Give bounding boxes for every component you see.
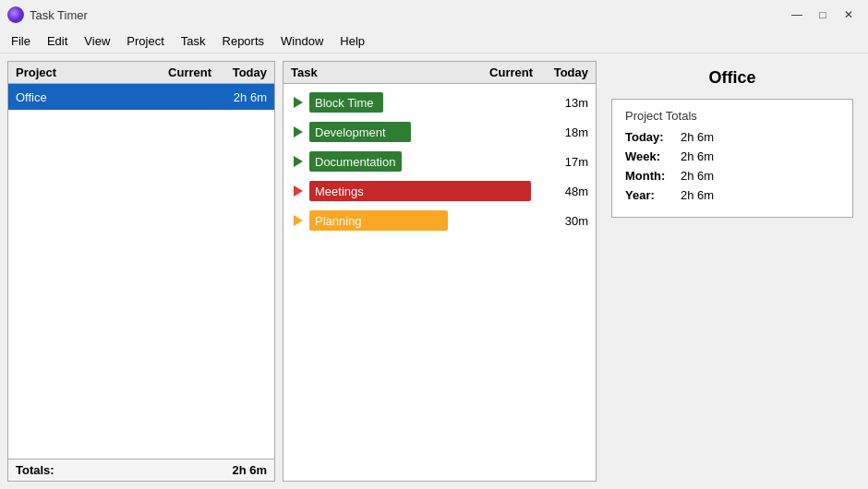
tasks-col-current: Current [468, 66, 533, 79]
task-bar: Meetings [309, 181, 531, 201]
projects-col-main: Project [16, 66, 147, 79]
totals-value: 2h 6m [681, 169, 714, 183]
app-icon [7, 6, 24, 23]
minimize-button[interactable]: — [785, 6, 809, 24]
projects-col-today: Today [211, 66, 267, 79]
totals-row: Today:2h 6m [625, 130, 839, 144]
projects-panel-header: Project Current Today [8, 62, 274, 84]
task-play-icon [291, 184, 306, 198]
project-today: 2h 6m [211, 90, 267, 104]
projects-footer: Totals: 2h 6m [8, 459, 274, 481]
task-play-icon [291, 154, 306, 169]
task-bar-container: Planning [309, 210, 505, 231]
tasks-col-main: Task [291, 66, 468, 79]
task-list: Block Time13mDevelopment18mDocumentation… [283, 84, 596, 481]
task-today: 48m [562, 185, 588, 198]
project-row[interactable]: Office 2h 6m [8, 84, 274, 110]
projects-panel: Project Current Today Office 2h 6m Total… [7, 61, 275, 482]
projects-col-current: Current [147, 66, 211, 79]
project-totals-label: Project Totals [625, 109, 839, 123]
project-totals-box: Project Totals Today:2h 6mWeek:2h 6mMont… [611, 99, 853, 218]
projects-footer-today: 2h 6m [211, 463, 267, 477]
task-bar-container: Development [309, 122, 505, 142]
task-row[interactable]: Planning30m [283, 206, 596, 235]
task-bar: Block Time [309, 92, 383, 113]
info-panel: Office Project Totals Today:2h 6mWeek:2h… [604, 61, 861, 482]
menu-item-edit[interactable]: Edit [40, 32, 75, 50]
project-list: Office 2h 6m [8, 84, 274, 459]
close-button[interactable]: ✕ [837, 6, 861, 24]
task-bar-container: Documentation [309, 151, 505, 172]
tasks-panel-header: Task Current Today [283, 62, 596, 84]
task-today: 13m [551, 96, 588, 110]
menu-item-window[interactable]: Window [273, 32, 331, 50]
totals-label: Year: [625, 188, 681, 202]
title-bar-left: Task Timer [7, 6, 88, 23]
task-bar: Development [309, 122, 411, 142]
task-row[interactable]: Meetings48m [283, 176, 596, 206]
menu-item-file[interactable]: File [4, 32, 38, 50]
info-title: Office [611, 68, 853, 88]
maximize-button[interactable]: □ [811, 6, 835, 24]
menu-bar: FileEditViewProjectTaskReportsWindowHelp [0, 30, 868, 54]
task-play-icon [291, 213, 306, 228]
main-content: Project Current Today Office 2h 6m Total… [0, 54, 868, 489]
tasks-panel: Task Current Today Block Time13mDevelopm… [283, 61, 597, 482]
menu-item-project[interactable]: Project [119, 32, 171, 50]
menu-item-help[interactable]: Help [332, 32, 372, 50]
totals-rows: Today:2h 6mWeek:2h 6mMonth:2h 6mYear:2h … [625, 130, 839, 202]
totals-row: Year:2h 6m [625, 188, 839, 202]
task-bar: Documentation [309, 151, 402, 172]
task-bar-container: Block Time [309, 92, 505, 113]
task-row[interactable]: Documentation17m [283, 147, 596, 176]
task-today: 30m [551, 214, 588, 228]
totals-value: 2h 6m [681, 130, 714, 144]
menu-item-view[interactable]: View [77, 32, 117, 50]
project-name: Office [16, 90, 147, 104]
task-bar-container: Meetings [309, 181, 531, 201]
projects-footer-label: Totals: [16, 463, 211, 477]
task-today: 18m [551, 125, 588, 139]
task-bar: Planning [309, 210, 448, 231]
totals-label: Month: [625, 169, 681, 183]
task-today: 17m [551, 155, 588, 169]
task-play-icon [291, 95, 306, 110]
menu-item-task[interactable]: Task [174, 32, 213, 50]
totals-label: Week: [625, 149, 681, 163]
title-bar-controls: — □ ✕ [785, 6, 861, 24]
tasks-col-today: Today [533, 66, 588, 79]
task-row[interactable]: Development18m [283, 117, 596, 147]
totals-value: 2h 6m [681, 188, 714, 202]
title-bar: Task Timer — □ ✕ [0, 0, 868, 30]
task-play-icon [291, 125, 306, 139]
totals-value: 2h 6m [681, 149, 714, 163]
menu-item-reports[interactable]: Reports [215, 32, 272, 50]
totals-row: Week:2h 6m [625, 149, 839, 163]
totals-row: Month:2h 6m [625, 169, 839, 183]
totals-label: Today: [625, 130, 681, 144]
task-row[interactable]: Block Time13m [283, 88, 596, 117]
app-title: Task Timer [30, 8, 88, 22]
